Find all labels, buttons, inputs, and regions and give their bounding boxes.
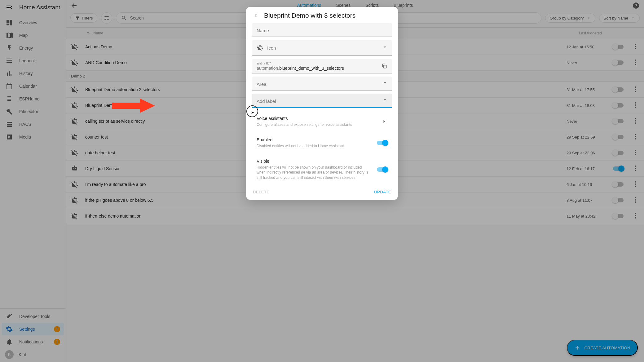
svg-rect-33	[384, 65, 386, 68]
copy-icon[interactable]	[381, 63, 387, 69]
dialog-back-button[interactable]	[252, 12, 258, 19]
icon-field[interactable]: Icon	[252, 40, 392, 56]
dialog-title: Blueprint Demo with 3 selectors	[264, 12, 355, 19]
chevron-down-icon	[382, 80, 388, 87]
annotation-cursor: ➤	[251, 110, 254, 115]
area-field[interactable]: Area	[252, 77, 392, 90]
svg-marker-34	[112, 99, 155, 113]
chevron-down-icon	[382, 44, 388, 51]
entity-id-field[interactable]: Entity ID* automation.blueprint_demo_wit…	[252, 59, 392, 73]
annotation-arrow	[112, 98, 644, 362]
name-field[interactable]: Name	[252, 23, 392, 37]
robot-off-icon	[257, 44, 263, 51]
